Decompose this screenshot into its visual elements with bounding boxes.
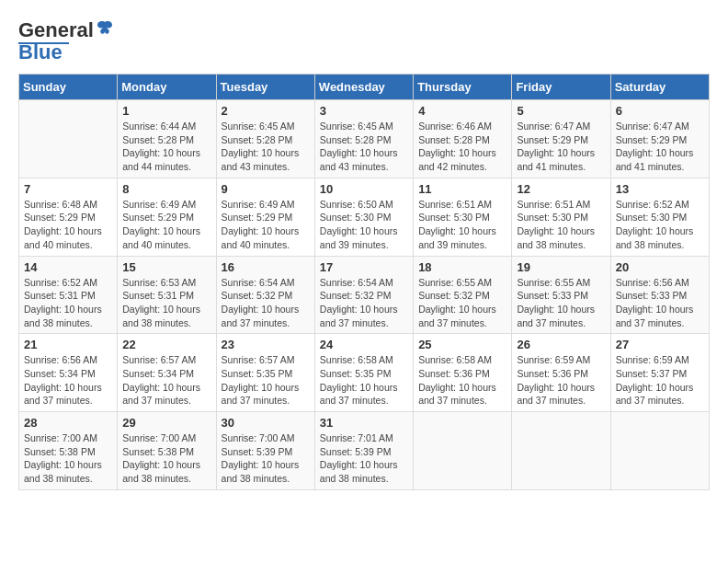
logo-text-general: General	[18, 18, 94, 42]
calendar-cell: 4Sunrise: 6:46 AMSunset: 5:28 PMDaylight…	[414, 100, 512, 178]
calendar-cell: 24Sunrise: 6:58 AMSunset: 5:35 PMDayligh…	[314, 334, 413, 412]
calendar-cell: 30Sunrise: 7:00 AMSunset: 5:39 PMDayligh…	[216, 412, 314, 490]
calendar-cell: 6Sunrise: 6:47 AMSunset: 5:29 PMDaylight…	[610, 100, 709, 178]
calendar-cell: 2Sunrise: 6:45 AMSunset: 5:28 PMDaylight…	[216, 100, 314, 178]
day-info: Sunrise: 6:47 AMSunset: 5:29 PMDaylight:…	[517, 120, 605, 174]
calendar-cell	[610, 412, 709, 490]
day-info: Sunrise: 6:45 AMSunset: 5:28 PMDaylight:…	[222, 120, 310, 174]
day-number: 27	[616, 338, 704, 351]
logo: General Blue	[18, 18, 114, 64]
calendar-week-row: 7Sunrise: 6:48 AMSunset: 5:29 PMDaylight…	[19, 178, 710, 256]
calendar-cell: 23Sunrise: 6:57 AMSunset: 5:35 PMDayligh…	[216, 334, 314, 412]
calendar-cell: 16Sunrise: 6:54 AMSunset: 5:32 PMDayligh…	[216, 256, 314, 334]
day-info: Sunrise: 6:45 AMSunset: 5:28 PMDaylight:…	[320, 120, 408, 174]
calendar-cell: 14Sunrise: 6:52 AMSunset: 5:31 PMDayligh…	[19, 256, 118, 334]
day-number: 29	[122, 416, 210, 430]
day-info: Sunrise: 6:55 AMSunset: 5:33 PMDaylight:…	[517, 276, 605, 330]
day-number: 17	[320, 260, 408, 274]
day-number: 13	[616, 182, 704, 196]
day-of-week-header: Thursday	[414, 75, 512, 100]
day-number: 7	[24, 182, 112, 196]
day-number: 26	[517, 338, 605, 351]
calendar-cell: 19Sunrise: 6:55 AMSunset: 5:33 PMDayligh…	[512, 256, 610, 334]
day-number: 20	[616, 260, 704, 274]
day-of-week-header: Saturday	[610, 75, 709, 100]
day-info: Sunrise: 7:00 AMSunset: 5:38 PMDaylight:…	[24, 431, 112, 486]
day-info: Sunrise: 6:55 AMSunset: 5:32 PMDaylight:…	[418, 276, 506, 330]
day-info: Sunrise: 6:52 AMSunset: 5:30 PMDaylight:…	[616, 198, 704, 252]
day-number: 18	[418, 260, 506, 274]
calendar-cell: 17Sunrise: 6:54 AMSunset: 5:32 PMDayligh…	[314, 256, 413, 334]
calendar-cell	[19, 100, 118, 178]
day-info: Sunrise: 6:52 AMSunset: 5:31 PMDaylight:…	[24, 276, 112, 330]
day-number: 16	[222, 260, 310, 274]
header: General Blue	[18, 18, 710, 64]
day-number: 10	[320, 182, 408, 196]
calendar-cell: 3Sunrise: 6:45 AMSunset: 5:28 PMDaylight…	[314, 100, 413, 178]
day-info: Sunrise: 6:50 AMSunset: 5:30 PMDaylight:…	[320, 198, 408, 252]
day-info: Sunrise: 7:01 AMSunset: 5:39 PMDaylight:…	[320, 431, 408, 486]
day-info: Sunrise: 6:57 AMSunset: 5:35 PMDaylight:…	[222, 353, 310, 408]
day-number: 22	[122, 338, 210, 351]
calendar-cell: 25Sunrise: 6:58 AMSunset: 5:36 PMDayligh…	[414, 334, 512, 412]
day-of-week-header: Tuesday	[216, 75, 314, 100]
day-info: Sunrise: 6:49 AMSunset: 5:29 PMDaylight:…	[122, 198, 210, 252]
day-number: 19	[517, 260, 605, 274]
day-of-week-header: Sunday	[19, 75, 118, 100]
day-number: 5	[517, 104, 605, 118]
calendar-cell: 7Sunrise: 6:48 AMSunset: 5:29 PMDaylight…	[19, 178, 118, 256]
logo-text-blue: Blue	[18, 40, 63, 64]
calendar-cell: 18Sunrise: 6:55 AMSunset: 5:32 PMDayligh…	[414, 256, 512, 334]
day-info: Sunrise: 7:00 AMSunset: 5:38 PMDaylight:…	[122, 431, 210, 486]
calendar-cell	[414, 412, 512, 490]
day-info: Sunrise: 6:58 AMSunset: 5:36 PMDaylight:…	[418, 353, 506, 408]
day-info: Sunrise: 6:57 AMSunset: 5:34 PMDaylight:…	[122, 353, 210, 408]
day-info: Sunrise: 6:54 AMSunset: 5:32 PMDaylight:…	[222, 276, 310, 330]
calendar-week-row: 14Sunrise: 6:52 AMSunset: 5:31 PMDayligh…	[19, 256, 710, 334]
calendar-cell: 5Sunrise: 6:47 AMSunset: 5:29 PMDaylight…	[512, 100, 610, 178]
calendar-cell: 21Sunrise: 6:56 AMSunset: 5:34 PMDayligh…	[19, 334, 118, 412]
day-number: 25	[418, 338, 506, 351]
calendar-cell: 29Sunrise: 7:00 AMSunset: 5:38 PMDayligh…	[118, 412, 216, 490]
day-of-week-header: Friday	[512, 75, 610, 100]
day-number: 23	[222, 338, 310, 351]
day-of-week-header: Wednesday	[314, 75, 413, 100]
day-info: Sunrise: 6:56 AMSunset: 5:33 PMDaylight:…	[616, 276, 704, 330]
day-info: Sunrise: 6:46 AMSunset: 5:28 PMDaylight:…	[418, 120, 506, 174]
calendar-week-row: 21Sunrise: 6:56 AMSunset: 5:34 PMDayligh…	[19, 334, 710, 412]
calendar-cell: 15Sunrise: 6:53 AMSunset: 5:31 PMDayligh…	[118, 256, 216, 334]
day-info: Sunrise: 6:48 AMSunset: 5:29 PMDaylight:…	[24, 198, 112, 252]
day-number: 9	[222, 182, 310, 196]
day-info: Sunrise: 7:00 AMSunset: 5:39 PMDaylight:…	[222, 431, 310, 486]
day-info: Sunrise: 6:53 AMSunset: 5:31 PMDaylight:…	[122, 276, 210, 330]
calendar-week-row: 1Sunrise: 6:44 AMSunset: 5:28 PMDaylight…	[19, 100, 710, 178]
day-number: 14	[24, 260, 112, 274]
day-number: 6	[616, 104, 704, 118]
calendar-cell: 12Sunrise: 6:51 AMSunset: 5:30 PMDayligh…	[512, 178, 610, 256]
day-number: 11	[418, 182, 506, 196]
day-number: 15	[122, 260, 210, 274]
day-info: Sunrise: 6:51 AMSunset: 5:30 PMDaylight:…	[517, 198, 605, 252]
day-number: 12	[517, 182, 605, 196]
calendar-cell: 8Sunrise: 6:49 AMSunset: 5:29 PMDaylight…	[118, 178, 216, 256]
calendar-cell: 31Sunrise: 7:01 AMSunset: 5:39 PMDayligh…	[314, 412, 413, 490]
day-number: 24	[320, 338, 408, 351]
calendar-table: SundayMondayTuesdayWednesdayThursdayFrid…	[18, 74, 710, 490]
day-number: 31	[320, 416, 408, 430]
logo-bird-icon	[96, 20, 114, 37]
calendar-cell: 26Sunrise: 6:59 AMSunset: 5:36 PMDayligh…	[512, 334, 610, 412]
calendar-cell: 1Sunrise: 6:44 AMSunset: 5:28 PMDaylight…	[118, 100, 216, 178]
day-number: 2	[222, 104, 310, 118]
calendar-cell: 22Sunrise: 6:57 AMSunset: 5:34 PMDayligh…	[118, 334, 216, 412]
day-info: Sunrise: 6:59 AMSunset: 5:36 PMDaylight:…	[517, 353, 605, 408]
day-of-week-header: Monday	[118, 75, 216, 100]
calendar-cell: 27Sunrise: 6:59 AMSunset: 5:37 PMDayligh…	[610, 334, 709, 412]
day-number: 4	[418, 104, 506, 118]
day-number: 8	[122, 182, 210, 196]
calendar-cell: 9Sunrise: 6:49 AMSunset: 5:29 PMDaylight…	[216, 178, 314, 256]
day-info: Sunrise: 6:51 AMSunset: 5:30 PMDaylight:…	[418, 198, 506, 252]
day-number: 1	[122, 104, 210, 118]
day-number: 21	[24, 338, 112, 351]
day-info: Sunrise: 6:58 AMSunset: 5:35 PMDaylight:…	[320, 353, 408, 408]
day-info: Sunrise: 6:59 AMSunset: 5:37 PMDaylight:…	[616, 353, 704, 408]
